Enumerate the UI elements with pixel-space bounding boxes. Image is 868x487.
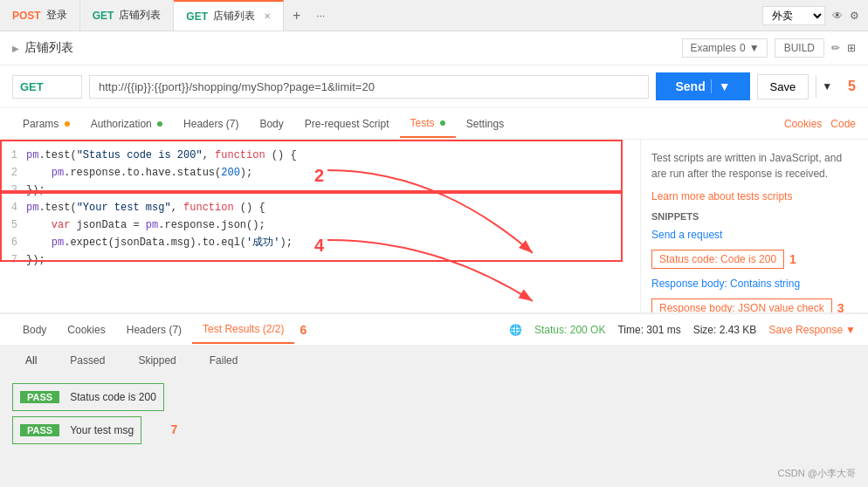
edit-icon[interactable]: ✏ [831, 42, 840, 54]
line-num-6: 6 [0, 234, 26, 251]
line-num-5: 5 [0, 216, 26, 234]
pass-badge-1: PASS [20, 424, 59, 436]
line-content-1: pm.test("Status code is 200", function (… [26, 147, 297, 164]
tab-get-shoplist-1[interactable]: GET 店铺列表 [80, 0, 175, 31]
line-content-4: pm.test("Your test msg", function () { [26, 199, 265, 216]
annotation-2: 2 [314, 166, 324, 186]
tab-headers[interactable]: Headers (7) [173, 111, 249, 137]
snippet-json-check[interactable]: Response body: JSON value check [651, 298, 832, 312]
tab-prerequest-label: Pre-request Script [305, 118, 389, 130]
bottom-tab-cookies[interactable]: Cookies [57, 317, 115, 343]
url-input[interactable] [89, 75, 649, 99]
tab-prerequest[interactable]: Pre-request Script [294, 111, 400, 137]
tab-authorization[interactable]: Authorization [80, 111, 173, 137]
test-row-0: PASS Status code is 200 [20, 391, 156, 403]
send-label: Send [675, 79, 705, 93]
bottom-tab-headers[interactable]: Headers (7) [116, 317, 192, 343]
send-dropdown-icon[interactable]: ▼ [711, 79, 731, 93]
code-line-4: 4 pm.test("Your test msg", function () { [0, 199, 640, 216]
tab-post-login[interactable]: POST 登录 [0, 0, 80, 31]
annotation-6: 6 [300, 323, 307, 337]
bottom-tab-body[interactable]: Body [12, 317, 57, 343]
cookies-link[interactable]: Cookies [784, 118, 822, 130]
code-line-5: 5 var jsonData = pm.response.json(); [0, 216, 640, 234]
status-text: Status: 200 OK [534, 324, 605, 336]
tab-get-shoplist-2[interactable]: GET 店铺列表 ✕ [174, 0, 284, 31]
bottom-panel: Body Cookies Headers (7) Test Results (2… [0, 314, 868, 454]
tab-headers-label: Headers (7) [183, 118, 238, 130]
line-content-7: }); [26, 251, 45, 269]
tab-add-button[interactable]: + [284, 8, 309, 24]
bottom-tab-test-results[interactable]: Test Results (2/2) [192, 316, 294, 344]
tab-login-label: 登录 [46, 8, 67, 23]
filter-tabs: All Passed Skipped Failed [0, 346, 868, 375]
save-response-button[interactable]: Save Response ▼ [768, 324, 856, 336]
tab-params-label: Params [23, 118, 59, 130]
save-response-label: Save Response [768, 324, 843, 336]
bottom-tab-body-label: Body [23, 324, 46, 336]
line-num-3: 3 [0, 182, 26, 199]
examples-button[interactable]: Examples 0 ▼ [682, 38, 767, 58]
tabs-bar: POST 登录 GET 店铺列表 GET 店铺列表 ✕ + ··· 外卖 👁 ⚙ [0, 0, 868, 31]
tab-tests[interactable]: Tests [400, 110, 456, 138]
line-num-1: 1 [0, 147, 26, 164]
method-post-label: POST [12, 10, 41, 22]
tab-more-button[interactable]: ··· [309, 10, 332, 22]
tab-authorization-label: Authorization [91, 118, 152, 130]
snippet-item-0[interactable]: Send a request [651, 227, 858, 243]
line-content-6: pm.expect(jsonData.msg).to.eql('成功'); [26, 234, 293, 251]
annotation-4: 4 [314, 236, 324, 256]
annotation-7: 7 [170, 422, 177, 436]
snippet-item-2[interactable]: Response body: Contains string [651, 276, 858, 292]
filter-passed[interactable]: Passed [57, 351, 118, 370]
snippets-description: Test scripts are written in JavaScript, … [651, 150, 858, 182]
page-title: 店铺列表 [24, 40, 73, 56]
filter-failed[interactable]: Failed [196, 351, 251, 370]
workspace-dropdown[interactable]: 外卖 [762, 6, 825, 25]
save-button[interactable]: Save [757, 74, 809, 99]
tab-close-icon[interactable]: ✕ [264, 11, 271, 21]
send-button[interactable]: Send ▼ [656, 72, 749, 100]
snippets-panel: Test scripts are written in JavaScript, … [641, 140, 868, 312]
snippet-status-code[interactable]: Status code: Code is 200 [651, 250, 784, 269]
test-row-1: PASS Your test msg [20, 424, 134, 436]
size-text: Size: 2.43 KB [693, 324, 757, 336]
tab-settings[interactable]: Settings [456, 111, 514, 137]
filter-skipped[interactable]: Skipped [125, 351, 189, 370]
method-select[interactable]: GET [12, 75, 82, 99]
bottom-tabs: Body Cookies Headers (7) Test Results (2… [0, 314, 868, 346]
annotation-5: 5 [848, 79, 856, 94]
sliders-icon[interactable]: ⚙ [850, 10, 859, 22]
branding: CSDN @小李大哥 [778, 467, 856, 480]
save-dropdown-icon[interactable]: ▼ [816, 75, 837, 98]
tab-body[interactable]: Body [249, 111, 293, 137]
nav-right-links: Cookies Code [784, 118, 856, 130]
test-label-1: Your test msg [70, 424, 134, 436]
workspace-selector: 外卖 👁 ⚙ [762, 6, 868, 25]
eye-icon[interactable]: 👁 [832, 10, 843, 22]
code-link[interactable]: Code [830, 118, 856, 130]
line-num-4: 4 [0, 199, 26, 216]
tab-params[interactable]: Params [12, 111, 80, 137]
line-num-2: 2 [0, 164, 26, 182]
method-get-label-1: GET [93, 10, 114, 22]
layout-icon[interactable]: ⊞ [847, 42, 856, 54]
toolbar-icons: 👁 ⚙ [832, 10, 859, 22]
filter-all[interactable]: All [12, 351, 50, 370]
examples-label: Examples [690, 42, 736, 54]
build-button[interactable]: BUILD [775, 38, 824, 58]
snippets-learn-link[interactable]: Learn more about tests scripts [651, 190, 858, 202]
line-content-2: pm.response.to.have.status(200); [26, 164, 252, 182]
request-title-bar: ▶ 店铺列表 Examples 0 ▼ BUILD ✏ ⊞ [0, 31, 868, 65]
test-results-list: PASS Status code is 200 PASS Your test m… [0, 375, 868, 452]
collapse-icon[interactable]: ▶ [12, 44, 19, 53]
line-num-7: 7 [0, 251, 26, 269]
examples-chevron-icon: ▼ [749, 42, 760, 54]
title-right-actions: Examples 0 ▼ BUILD ✏ ⊞ [682, 38, 856, 58]
build-label: BUILD [784, 42, 815, 54]
nav-tabs: Params Authorization Headers (7) Body Pr… [0, 108, 868, 140]
url-bar: GET Send ▼ Save ▼ 5 [0, 65, 868, 108]
bottom-tab-headers-label: Headers (7) [127, 324, 182, 336]
line-content-3: }); [26, 182, 45, 199]
code-line-1: 1 pm.test("Status code is 200", function… [0, 147, 640, 164]
